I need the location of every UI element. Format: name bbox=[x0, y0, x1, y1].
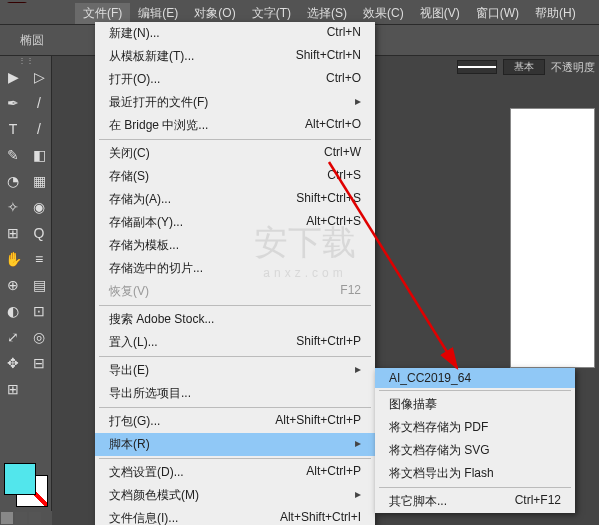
scripts-submenu: AI_CC2019_64图像描摹将文档存储为 PDF将文档存储为 SVG将文档导… bbox=[375, 368, 575, 513]
menu-entry-label: 最近打开的文件(F) bbox=[109, 94, 208, 111]
menu-entry[interactable]: 存储选中的切片... bbox=[95, 257, 375, 280]
menu-item[interactable]: 文字(T) bbox=[244, 3, 299, 24]
tool-button[interactable]: ▦ bbox=[26, 168, 52, 194]
menu-entry[interactable]: 将文档导出为 Flash bbox=[375, 462, 575, 485]
menu-entry[interactable]: 打包(G)...Alt+Shift+Ctrl+P bbox=[95, 410, 375, 433]
tool-button[interactable]: ◐ bbox=[0, 298, 26, 324]
tool-button[interactable]: ▶ bbox=[0, 64, 26, 90]
menu-entry-label: 恢复(V) bbox=[109, 283, 149, 300]
menu-entry-label: 从模板新建(T)... bbox=[109, 48, 194, 65]
menu-entry[interactable]: 文件信息(I)...Alt+Shift+Ctrl+I bbox=[95, 507, 375, 525]
color-swatch[interactable] bbox=[4, 463, 48, 507]
menu-item[interactable]: 窗口(W) bbox=[468, 3, 527, 24]
tool-button[interactable]: ✋ bbox=[0, 246, 26, 272]
menu-entry[interactable]: 存储副本(Y)...Alt+Ctrl+S bbox=[95, 211, 375, 234]
tool-button[interactable]: ⤢ bbox=[0, 324, 26, 350]
menu-entry-label: 打包(G)... bbox=[109, 413, 160, 430]
menu-entry-label: 文档设置(D)... bbox=[109, 464, 184, 481]
menu-entry[interactable]: 存储为模板... bbox=[95, 234, 375, 257]
menu-entry[interactable]: 将文档存储为 SVG bbox=[375, 439, 575, 462]
menu-entry-shortcut: Alt+Shift+Ctrl+P bbox=[275, 413, 361, 430]
menu-entry[interactable]: 在 Bridge 中浏览...Alt+Ctrl+O bbox=[95, 114, 375, 137]
tool-button[interactable]: ⊞ bbox=[0, 376, 26, 402]
tool-button[interactable]: ✎ bbox=[0, 142, 26, 168]
menu-entry[interactable]: AI_CC2019_64 bbox=[375, 368, 575, 388]
menu-entry[interactable]: 存储(S)Ctrl+S bbox=[95, 165, 375, 188]
menu-entry[interactable]: 新建(N)...Ctrl+N bbox=[95, 22, 375, 45]
menu-entry-label: 文档颜色模式(M) bbox=[109, 487, 199, 504]
menu-entry[interactable]: 最近打开的文件(F)▸ bbox=[95, 91, 375, 114]
tool-button[interactable]: ⊟ bbox=[26, 350, 52, 376]
menu-entry-shortcut: Shift+Ctrl+N bbox=[296, 48, 361, 65]
menu-entry-label: 存储副本(Y)... bbox=[109, 214, 183, 231]
tool-button[interactable]: ◧ bbox=[26, 142, 52, 168]
menu-entry[interactable]: 图像描摹 bbox=[375, 393, 575, 416]
document-tab[interactable]: 椭圆 bbox=[10, 30, 54, 51]
menu-separator bbox=[99, 407, 371, 408]
menu-entry-label: 关闭(C) bbox=[109, 145, 150, 162]
tool-button[interactable]: ▤ bbox=[26, 272, 52, 298]
menu-item[interactable]: 效果(C) bbox=[355, 3, 412, 24]
menu-entry[interactable]: 从模板新建(T)...Shift+Ctrl+N bbox=[95, 45, 375, 68]
menu-entry[interactable]: 导出所选项目... bbox=[95, 382, 375, 405]
menu-entry[interactable]: 将文档存储为 PDF bbox=[375, 416, 575, 439]
menu-entry-label: 存储选中的切片... bbox=[109, 260, 203, 277]
menu-entry[interactable]: 脚本(R)▸ bbox=[95, 433, 375, 456]
submenu-arrow-icon: ▸ bbox=[355, 362, 361, 379]
menu-entry-shortcut: Ctrl+O bbox=[326, 71, 361, 88]
menu-item[interactable]: 编辑(E) bbox=[130, 3, 186, 24]
foreground-color-icon[interactable] bbox=[4, 463, 36, 495]
tool-button[interactable]: ⊞ bbox=[0, 220, 26, 246]
menu-entry-label: 存储为(A)... bbox=[109, 191, 171, 208]
tool-button[interactable]: ⊕ bbox=[0, 272, 26, 298]
menu-item[interactable]: 帮助(H) bbox=[527, 3, 584, 24]
menu-entry[interactable]: 存储为(A)...Shift+Ctrl+S bbox=[95, 188, 375, 211]
tool-button[interactable]: Q bbox=[26, 220, 52, 246]
draw-mode-icon[interactable] bbox=[1, 512, 13, 524]
menu-entry-label: 导出(E) bbox=[109, 362, 149, 379]
menu-entry-label: 存储为模板... bbox=[109, 237, 179, 254]
tool-button[interactable]: ◎ bbox=[26, 324, 52, 350]
tool-button[interactable]: ▷ bbox=[26, 64, 52, 90]
menu-entry[interactable]: 打开(O)...Ctrl+O bbox=[95, 68, 375, 91]
menu-entry-label: 打开(O)... bbox=[109, 71, 160, 88]
tool-button[interactable]: ⊡ bbox=[26, 298, 52, 324]
stroke-preview[interactable] bbox=[457, 60, 497, 74]
submenu-arrow-icon: ▸ bbox=[355, 487, 361, 504]
menu-entry-label: 其它脚本... bbox=[389, 493, 447, 510]
tool-button[interactable]: ◔ bbox=[0, 168, 26, 194]
tool-button[interactable]: ◉ bbox=[26, 194, 52, 220]
menu-entry[interactable]: 其它脚本...Ctrl+F12 bbox=[375, 490, 575, 513]
tool-button[interactable]: ✥ bbox=[0, 350, 26, 376]
menu-entry[interactable]: 搜索 Adobe Stock... bbox=[95, 308, 375, 331]
tool-button[interactable]: / bbox=[26, 90, 52, 116]
submenu-arrow-icon: ▸ bbox=[355, 436, 361, 453]
menu-entry[interactable]: 文档颜色模式(M)▸ bbox=[95, 484, 375, 507]
menu-entry-shortcut: Ctrl+S bbox=[327, 168, 361, 185]
draw-mode-icon[interactable] bbox=[29, 512, 41, 524]
menu-entry-label: AI_CC2019_64 bbox=[389, 371, 471, 385]
tool-button[interactable]: ≡ bbox=[26, 246, 52, 272]
draw-mode-icon[interactable] bbox=[15, 512, 27, 524]
menu-item[interactable]: 选择(S) bbox=[299, 3, 355, 24]
menu-separator bbox=[379, 487, 571, 488]
menu-entry-shortcut: Ctrl+W bbox=[324, 145, 361, 162]
canvas-page bbox=[510, 108, 595, 368]
menu-entry-shortcut: F12 bbox=[340, 283, 361, 300]
tool-button[interactable]: ✒ bbox=[0, 90, 26, 116]
menu-entry[interactable]: 置入(L)...Shift+Ctrl+P bbox=[95, 331, 375, 354]
menu-separator bbox=[379, 390, 571, 391]
menu-entry[interactable]: 文档设置(D)...Alt+Ctrl+P bbox=[95, 461, 375, 484]
menu-entry-label: 导出所选项目... bbox=[109, 385, 191, 402]
menu-entry-label: 图像描摹 bbox=[389, 396, 437, 413]
menu-item[interactable]: 对象(O) bbox=[186, 3, 243, 24]
panel-grip-icon[interactable]: ⋮⋮ bbox=[0, 56, 51, 64]
menu-item[interactable]: 视图(V) bbox=[412, 3, 468, 24]
menu-entry[interactable]: 导出(E)▸ bbox=[95, 359, 375, 382]
menu-entry[interactable]: 关闭(C)Ctrl+W bbox=[95, 142, 375, 165]
tool-button[interactable]: T bbox=[0, 116, 26, 142]
stroke-style-dropdown[interactable]: 基本 bbox=[503, 59, 545, 75]
tool-button[interactable]: / bbox=[26, 116, 52, 142]
menu-item[interactable]: 文件(F) bbox=[75, 3, 130, 24]
tool-button[interactable]: ✧ bbox=[0, 194, 26, 220]
